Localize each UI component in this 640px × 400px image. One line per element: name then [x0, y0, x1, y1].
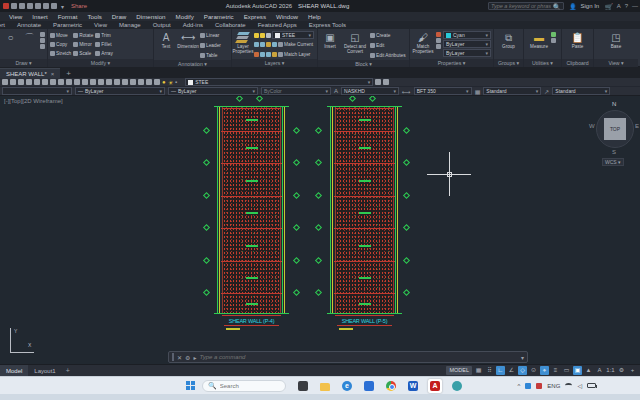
plot-icon[interactable] — [35, 3, 41, 9]
autodesk-a-icon[interactable]: A — [617, 3, 621, 9]
layer-walk-icon[interactable] — [254, 52, 259, 57]
app-store-icon[interactable]: 🛒 — [605, 3, 613, 10]
command-grip[interactable] — [172, 353, 174, 361]
menu-item[interactable]: Tools — [82, 13, 106, 20]
lineweight-dropdown[interactable]: ByLayer▾ — [443, 49, 491, 57]
help-search-input[interactable] — [491, 3, 551, 9]
viewcube-east[interactable]: E — [635, 123, 639, 129]
circle-button[interactable]: ○ — [2, 31, 19, 44]
command-line[interactable]: ✕ ⚙ ▸ ▾ — [168, 351, 528, 363]
quick-calc-icon[interactable] — [551, 32, 556, 37]
minimize-button[interactable]: — — [632, 3, 638, 9]
menu-item[interactable]: Draw — [107, 13, 131, 20]
layer-freeze-icon[interactable] — [260, 33, 265, 38]
layer-merge-icon[interactable] — [260, 52, 265, 57]
customize-icon[interactable]: + — [628, 366, 637, 375]
publish-icon[interactable] — [50, 79, 56, 85]
viewport-controls-label[interactable]: [-][Top][2D Wireframe] — [4, 98, 63, 104]
panel-label-clipboard[interactable]: Clipboard — [562, 59, 593, 67]
group-button[interactable]: ⧉ Group — [499, 31, 519, 49]
match-layer-button[interactable]: Match Layer — [278, 50, 310, 59]
viewcube-wcs-dropdown[interactable]: WCS ▾ — [602, 158, 624, 166]
copy-button[interactable]: Copy — [50, 40, 71, 49]
linetype-icon[interactable] — [436, 38, 441, 43]
tray-app-blue-icon[interactable] — [525, 383, 531, 389]
word-icon[interactable]: W — [406, 379, 420, 393]
help-search-box[interactable]: 🔍 — [488, 2, 564, 10]
new-icon[interactable] — [11, 3, 17, 9]
layer-lock-icon[interactable] — [266, 33, 271, 38]
file-explorer-icon[interactable] — [318, 379, 332, 393]
redo-icon[interactable] — [51, 3, 57, 9]
ribbon-tab[interactable]: Collaborate — [209, 22, 252, 28]
text-style-dropdown[interactable]: NASKHD▾ — [341, 87, 399, 95]
panel-label-properties[interactable]: Properties ▾ — [410, 59, 493, 67]
properties-icon[interactable] — [154, 79, 160, 85]
make-current-button[interactable]: Make Current — [278, 40, 313, 49]
volume-icon[interactable]: ◁ — [577, 382, 582, 389]
viewcube-west[interactable]: W — [589, 123, 595, 129]
ribbon-tab[interactable]: Parametric — [47, 22, 88, 28]
mirror-button[interactable]: Mirror — [73, 40, 93, 49]
menu-item[interactable]: Insert — [27, 13, 52, 20]
ribbon-tab[interactable]: Annotate — [11, 22, 47, 28]
layer-freeze-tool-icon[interactable] — [266, 42, 271, 47]
annotation-autoscale-icon[interactable]: A — [595, 366, 604, 375]
rotate-button[interactable]: Rotate — [73, 31, 93, 40]
trim-button[interactable]: Trim — [95, 31, 112, 40]
layer-previous-icon[interactable] — [375, 79, 381, 85]
new-layout-button[interactable]: + — [62, 367, 74, 374]
otrack-icon[interactable]: ⌖ — [540, 366, 549, 375]
save-as-icon[interactable] — [26, 79, 32, 85]
table-button[interactable]: Table — [200, 51, 221, 60]
linetype-control-dropdown[interactable]: —ByLayer▾ — [75, 87, 165, 95]
viewcube-north[interactable]: N — [612, 101, 616, 107]
viewcube-south[interactable]: S — [612, 149, 616, 155]
model-space-button[interactable]: MODEL — [446, 366, 472, 375]
ribbon-tab[interactable]: Insert — [0, 22, 11, 28]
workspace-gear-icon[interactable]: ⚙ — [617, 366, 626, 375]
match-properties-icon[interactable] — [90, 79, 96, 85]
menu-item[interactable]: Modify — [171, 13, 199, 20]
open-icon[interactable] — [19, 3, 25, 9]
table-style-dropdown[interactable]: Standard▾ — [483, 87, 541, 95]
tab-layout1[interactable]: Layout1 — [28, 365, 61, 377]
dimension-button[interactable]: ⟷ Dimension — [178, 31, 198, 49]
panel-label-utilities[interactable]: Utilities ▾ — [524, 59, 561, 67]
menu-item[interactable]: Dimension — [131, 13, 170, 20]
viewcube-top-face[interactable]: TOP — [604, 118, 626, 140]
grid-icon[interactable]: ▦ — [474, 366, 483, 375]
panel-label-annotation[interactable]: Annotation ▾ — [154, 60, 231, 67]
start-button[interactable] — [186, 381, 196, 391]
match-properties-button[interactable]: 🖌 Match Properties — [412, 31, 434, 54]
sign-in-button[interactable]: 👤 Sign In — [567, 3, 599, 10]
panel-label-view[interactable]: View ▾ — [594, 59, 638, 67]
panel-label-draw[interactable]: Draw ▾ — [0, 59, 47, 67]
tray-chevron-icon[interactable]: ^ — [518, 383, 521, 389]
ribbon-tab[interactable]: Output — [147, 22, 177, 28]
plot-icon[interactable] — [34, 79, 40, 85]
zoom-window-icon[interactable] — [138, 79, 144, 85]
ribbon-layer-dropdown[interactable]: STEE▾ — [272, 31, 314, 39]
command-history-icon[interactable]: ▾ — [521, 354, 524, 361]
redo-icon[interactable] — [114, 79, 120, 85]
app-logo-icon[interactable] — [3, 3, 9, 9]
move-button[interactable]: Move — [50, 31, 71, 40]
panel-label-block[interactable]: Block ▾ — [318, 60, 409, 67]
wifi-icon[interactable] — [565, 383, 572, 388]
layer-isolate-icon[interactable] — [254, 42, 259, 47]
layer-unisolate-icon[interactable] — [260, 42, 265, 47]
open-icon[interactable] — [10, 79, 16, 85]
command-input[interactable] — [199, 354, 518, 360]
panel-label-layers[interactable]: Layers ▾ — [232, 59, 317, 67]
ribbon-tab[interactable]: Featured Apps — [252, 22, 303, 28]
hatch-icon[interactable] — [40, 44, 45, 49]
cut-icon[interactable] — [66, 79, 72, 85]
tray-app-red-icon[interactable] — [536, 383, 542, 389]
panel-label-groups[interactable]: Groups ▾ — [494, 59, 523, 67]
fillet-button[interactable]: Fillet — [95, 40, 112, 49]
menu-item[interactable]: Parametric — [199, 13, 239, 20]
markup-icon[interactable] — [58, 79, 64, 85]
ribbon-tab[interactable]: Add-ins — [177, 22, 209, 28]
layer-freeze-icon[interactable]: ☀ — [168, 79, 173, 86]
